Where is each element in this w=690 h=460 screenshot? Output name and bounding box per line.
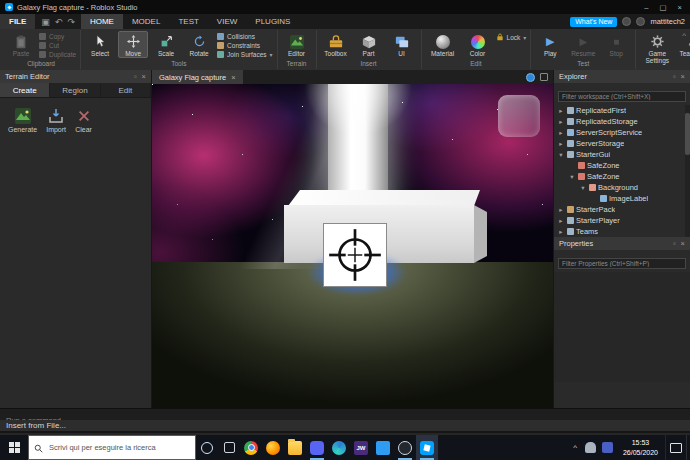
- task-view-button[interactable]: [218, 435, 240, 460]
- tree-item-safezone-2[interactable]: ▾ SafeZone: [554, 171, 690, 182]
- taskbar-search-input[interactable]: [47, 442, 190, 453]
- insert-from-file-item[interactable]: Insert from File...: [0, 420, 690, 433]
- stop-button[interactable]: ■ Stop: [601, 31, 631, 58]
- explorer-filter-input[interactable]: [558, 91, 686, 102]
- chevron-right-icon[interactable]: ▸: [557, 217, 565, 225]
- 3d-viewport[interactable]: [152, 84, 553, 408]
- join-surfaces-dropdown[interactable]: Join Surfaces▾: [217, 51, 272, 58]
- part-button[interactable]: Part: [354, 31, 384, 58]
- start-button[interactable]: [0, 435, 28, 460]
- taskbar-app-discord[interactable]: [306, 435, 328, 460]
- account-icon[interactable]: [636, 17, 645, 26]
- paste-button[interactable]: Paste: [6, 31, 36, 58]
- cortana-button[interactable]: [196, 435, 218, 460]
- taskbar-app-roblox-studio[interactable]: [416, 435, 438, 460]
- taskbar-search[interactable]: [28, 435, 196, 460]
- chevron-down-icon[interactable]: ▾: [579, 184, 587, 192]
- undo-icon[interactable]: ↶: [55, 17, 63, 27]
- taskbar-app-edge[interactable]: [328, 435, 350, 460]
- ui-toggle-button[interactable]: [526, 73, 535, 82]
- chevron-right-icon[interactable]: ▸: [557, 228, 565, 236]
- chevron-right-icon[interactable]: ▸: [557, 140, 565, 148]
- ribbon-collapse-icon[interactable]: ^: [682, 31, 686, 40]
- notification-center-button[interactable]: [665, 435, 686, 460]
- move-tool-button[interactable]: Move: [118, 31, 148, 58]
- whats-new-badge[interactable]: What's New: [570, 17, 617, 27]
- close-window-button[interactable]: ×: [678, 3, 682, 12]
- terrain-editor-button[interactable]: Editor: [282, 31, 312, 58]
- tab-view[interactable]: VIEW: [208, 14, 246, 29]
- tab-create[interactable]: Create: [0, 83, 50, 97]
- tree-item-teams[interactable]: ▸ Teams: [554, 226, 690, 237]
- properties-filter-input[interactable]: [558, 258, 686, 269]
- chevron-right-icon[interactable]: ▸: [557, 129, 565, 137]
- tab-plugins[interactable]: PLUGINS: [246, 14, 299, 29]
- cut-button[interactable]: Cut: [39, 42, 76, 49]
- tab-region[interactable]: Region: [50, 83, 100, 97]
- tab-edit[interactable]: Edit: [101, 83, 151, 97]
- ui-button[interactable]: UI: [387, 31, 417, 58]
- onedrive-tray-icon[interactable]: [585, 442, 596, 453]
- tree-item-safezone-1[interactable]: SafeZone: [554, 160, 690, 171]
- tree-item-serverscriptservice[interactable]: ▸ ServerScriptService: [554, 127, 690, 138]
- close-panel-icon[interactable]: ×: [681, 239, 685, 248]
- tab-test[interactable]: TEST: [169, 14, 207, 29]
- play-button[interactable]: ▶ Play: [535, 31, 565, 58]
- close-panel-icon[interactable]: ×: [681, 72, 685, 81]
- explorer-scrollbar[interactable]: [685, 105, 690, 237]
- taskbar-app-obs[interactable]: [394, 435, 416, 460]
- tree-item-starterpack[interactable]: ▸ StarterPack: [554, 204, 690, 215]
- chevron-down-icon[interactable]: ▾: [557, 151, 565, 159]
- taskbar-app-firefox[interactable]: [262, 435, 284, 460]
- taskbar-app-jw-library[interactable]: JW: [350, 435, 372, 460]
- teams-tray-icon[interactable]: [602, 442, 613, 453]
- rotate-tool-button[interactable]: Rotate: [184, 31, 214, 58]
- tree-item-serverstorage[interactable]: ▸ ServerStorage: [554, 138, 690, 149]
- toolbox-button[interactable]: Toolbox: [321, 31, 351, 58]
- close-tab-icon[interactable]: ×: [231, 73, 235, 82]
- chevron-right-icon[interactable]: ▸: [557, 118, 565, 126]
- constraints-toggle[interactable]: Constraints: [217, 42, 272, 49]
- notifications-icon[interactable]: [622, 17, 631, 26]
- tree-item-imagelabel[interactable]: ImageLabel: [554, 193, 690, 204]
- pin-panel-icon[interactable]: ▫: [134, 72, 137, 81]
- tab-home[interactable]: HOME: [81, 14, 123, 29]
- generate-button[interactable]: Generate: [8, 107, 37, 133]
- show-desktop-button[interactable]: [686, 435, 690, 460]
- chevron-right-icon[interactable]: ▸: [557, 107, 565, 115]
- taskbar-app-file-explorer[interactable]: [284, 435, 306, 460]
- redo-icon[interactable]: ↷: [67, 17, 75, 27]
- taskbar-app-chrome[interactable]: [240, 435, 262, 460]
- taskbar-app-vscode[interactable]: [372, 435, 394, 460]
- import-button[interactable]: Import: [46, 107, 66, 133]
- copy-button[interactable]: Copy: [39, 33, 76, 40]
- close-panel-icon[interactable]: ×: [142, 72, 146, 81]
- tray-expand-icon[interactable]: ^: [568, 443, 582, 452]
- chevron-right-icon[interactable]: ▸: [557, 206, 565, 214]
- scrollbar-thumb[interactable]: [685, 113, 690, 155]
- clear-button[interactable]: Clear: [75, 107, 92, 133]
- username-label[interactable]: mattitech2: [650, 17, 685, 26]
- taskbar-clock[interactable]: 15:53 26/05/2020: [616, 438, 665, 456]
- scale-tool-button[interactable]: Scale: [151, 31, 181, 58]
- minimize-button[interactable]: –: [644, 3, 648, 12]
- file-menu-button[interactable]: FILE: [0, 14, 35, 29]
- viewport-tab[interactable]: Galaxy Flag capture ×: [152, 70, 243, 84]
- material-button[interactable]: Material: [426, 31, 460, 58]
- lock-dropdown[interactable]: Lock ▾: [496, 33, 527, 42]
- duplicate-button[interactable]: Duplicate: [39, 51, 76, 58]
- pin-panel-icon[interactable]: ▫: [673, 239, 676, 248]
- chevron-down-icon[interactable]: ▾: [568, 173, 576, 181]
- color-button[interactable]: Color: [463, 31, 493, 58]
- viewport-layout-button[interactable]: [540, 73, 548, 81]
- view-selector-cube[interactable]: [498, 95, 540, 137]
- game-settings-button[interactable]: Game Settings: [640, 31, 674, 65]
- select-tool-button[interactable]: Select: [85, 31, 115, 58]
- pin-panel-icon[interactable]: ▫: [673, 72, 676, 81]
- maximize-button[interactable]: ▢: [660, 3, 667, 12]
- tree-item-replicatedstorage[interactable]: ▸ ReplicatedStorage: [554, 116, 690, 127]
- tree-item-replicatedfirst[interactable]: ▸ ReplicatedFirst: [554, 105, 690, 116]
- save-icon[interactable]: ▣: [41, 17, 50, 27]
- tab-model[interactable]: MODEL: [123, 14, 169, 29]
- collisions-toggle[interactable]: Collisions: [217, 33, 272, 40]
